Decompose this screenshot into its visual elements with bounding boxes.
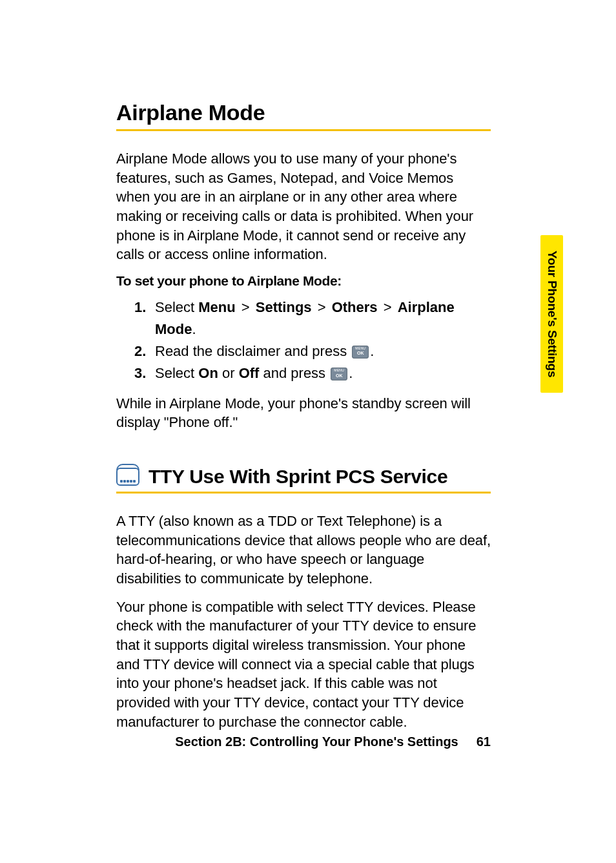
step-2-period: . (370, 343, 374, 359)
step-1: 1. Select Menu > Settings > Others > Air… (134, 296, 491, 340)
page-number: 61 (477, 734, 491, 749)
side-tab-label: Your Phone's Settings (545, 251, 559, 377)
tty-paragraph-1: A TTY (also known as a TDD or Text Telep… (116, 512, 491, 588)
step-2-text: Read the disclaimer and press (155, 343, 351, 359)
menu-ok-key-icon (352, 346, 369, 359)
airplane-intro: Airplane Mode allows you to use many of … (116, 149, 491, 264)
tty-paragraph-2: Your phone is compatible with select TTY… (116, 598, 491, 732)
step-3-off: Off (239, 365, 260, 381)
step-3-or: or (218, 365, 239, 381)
side-tab: Your Phone's Settings (540, 235, 563, 393)
heading-tty: TTY Use With Sprint PCS Service (149, 466, 447, 488)
step-1-sep3: > (378, 299, 398, 315)
step-1-number: 1. (134, 296, 146, 318)
airplane-instruction-heading: To set your phone to Airplane Mode: (116, 273, 491, 289)
menu-ok-key-icon (331, 368, 347, 380)
step-1-sep2: > (312, 299, 332, 315)
step-3-lead: Select (155, 365, 198, 381)
step-1-menu: Menu (198, 299, 235, 315)
tty-device-icon (116, 468, 139, 486)
step-1-period: . (192, 321, 196, 337)
page-footer: Section 2B: Controlling Your Phone's Set… (116, 734, 491, 749)
step-1-sep1: > (236, 299, 256, 315)
airplane-outro: While in Airplane Mode, your phone's sta… (116, 394, 491, 432)
step-1-others: Others (332, 299, 378, 315)
step-3-after: and press (259, 365, 329, 381)
step-2-number: 2. (134, 340, 146, 362)
step-1-lead: Select (155, 299, 198, 315)
step-2: 2. Read the disclaimer and press . (134, 340, 491, 362)
airplane-steps: 1. Select Menu > Settings > Others > Air… (116, 296, 491, 384)
step-3: 3. Select On or Off and press . (134, 362, 491, 384)
footer-section-label: Section 2B: Controlling Your Phone's Set… (175, 734, 458, 749)
heading-rule (116, 492, 491, 494)
heading-airplane-mode: Airplane Mode (116, 100, 491, 125)
step-3-on: On (198, 365, 218, 381)
step-3-number: 3. (134, 362, 146, 384)
step-3-period: . (349, 365, 353, 381)
heading-rule (116, 129, 491, 131)
step-1-settings: Settings (256, 299, 312, 315)
